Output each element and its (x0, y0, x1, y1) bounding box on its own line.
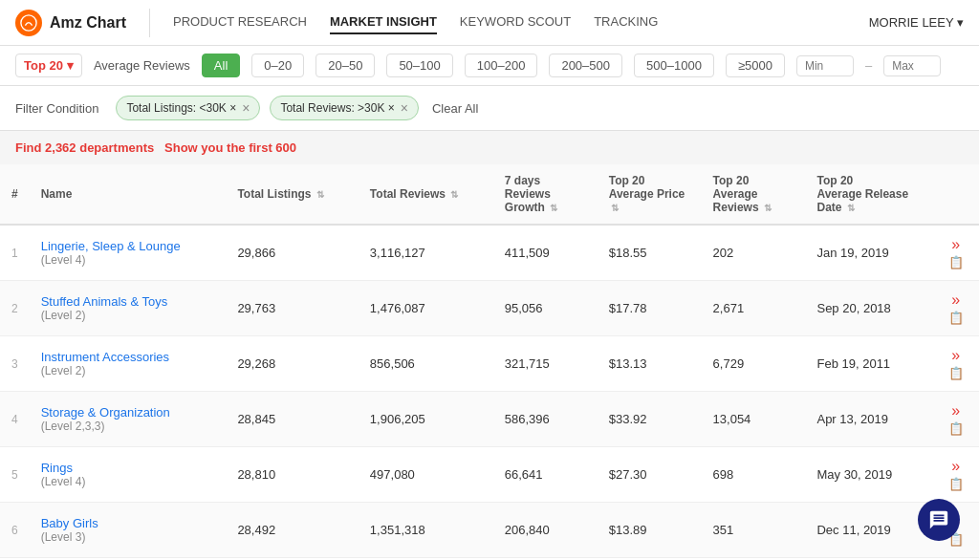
range-500-1000[interactable]: 500–1000 (634, 54, 714, 77)
range-ge5000[interactable]: ≥5000 (726, 54, 785, 77)
max-input[interactable] (883, 55, 941, 76)
logo[interactable]: Amz Chart (15, 10, 126, 36)
cell-avg-price: $18.55 (598, 225, 702, 281)
table-row: 5 Rings (Level 4) 28,810 497,080 66,641 … (0, 447, 979, 503)
cell-total-reviews: 1,351,318 (359, 503, 493, 558)
cell-total-reviews: 497,080 (359, 447, 493, 503)
cell-reviews-growth: 321,715 (493, 336, 598, 392)
cell-avg-release: May 30, 2019 (805, 447, 932, 503)
range-all[interactable]: All (202, 54, 240, 77)
nav-keyword-scout[interactable]: KEYWORD SCOUT (460, 11, 571, 34)
col-total-reviews[interactable]: Total Reviews ⇅ (359, 164, 493, 225)
chevron-right-icon[interactable]: » (951, 459, 960, 474)
col-avg-price[interactable]: Top 20Average Price ⇅ (598, 164, 702, 225)
range-dash: – (865, 58, 872, 73)
report-icon[interactable]: 📋 (948, 312, 964, 324)
cell-total-listings: 28,810 (226, 447, 358, 503)
filter-condition-bar: Filter Condition Total Listings: <30K × … (0, 86, 979, 131)
cell-name[interactable]: Stuffed Animals & Toys (Level 2) (30, 281, 227, 336)
cell-total-listings: 29,866 (226, 225, 358, 281)
category-name[interactable]: Instrument Accessories (41, 350, 215, 364)
cell-avg-release: Feb 19, 2011 (805, 336, 932, 392)
chevron-right-icon[interactable]: » (951, 292, 960, 308)
chevron-right-icon[interactable]: » (951, 403, 960, 419)
cell-avg-release: Sep 20, 2018 (805, 281, 932, 336)
filter-tag-reviews-text: Total Reviews: >30K × (280, 101, 394, 115)
col-name[interactable]: Name (30, 164, 227, 225)
chevron-right-icon[interactable]: » (951, 348, 960, 363)
category-name[interactable]: Rings (41, 461, 215, 475)
cell-name[interactable]: Lingerie, Sleep & Lounge (Level 4) (30, 225, 227, 281)
cell-avg-release: Dec 11, 2019 (805, 503, 932, 558)
cell-avg-release: Jan 19, 2019 (805, 225, 932, 281)
cell-avg-reviews: 2,671 (702, 281, 806, 336)
cell-num: 4 (0, 392, 30, 447)
min-input[interactable] (796, 55, 854, 76)
user-menu[interactable]: MORRIE LEEY ▾ (869, 15, 964, 30)
chevron-right-icon[interactable]: » (951, 237, 960, 252)
category-level: (Level 2) (41, 364, 215, 377)
cell-actions: » 📋 (933, 336, 979, 392)
range-100-200[interactable]: 100–200 (465, 54, 538, 77)
cell-name[interactable]: Baby Girls (Level 3) (30, 503, 227, 558)
metric-label: Average Reviews (94, 58, 190, 73)
cell-avg-reviews: 351 (702, 503, 806, 558)
col-actions (933, 164, 979, 225)
cell-num: 1 (0, 225, 30, 281)
cell-total-reviews: 856,506 (359, 336, 493, 392)
cell-actions: » 📋 (933, 281, 979, 336)
table-header-row: # Name Total Listings ⇅ Total Reviews ⇅ … (0, 164, 979, 225)
col-num: # (0, 164, 30, 225)
clear-all-button[interactable]: Clear All (432, 101, 478, 116)
filter-tag-listings-remove[interactable]: × (242, 100, 250, 116)
table-row: 3 Instrument Accessories (Level 2) 29,26… (0, 336, 979, 392)
report-icon[interactable]: 📋 (948, 256, 964, 269)
cell-avg-release: Apr 13, 2019 (805, 392, 932, 447)
report-icon[interactable]: 📋 (948, 367, 964, 379)
range-0-20[interactable]: 0–20 (251, 54, 304, 77)
col-reviews-growth[interactable]: 7 daysReviews Growth ⇅ (493, 164, 598, 225)
cell-actions: » 📋 (933, 447, 979, 503)
col-avg-release[interactable]: Top 20Average Release Date ⇅ (805, 164, 932, 225)
cell-avg-price: $33.92 (598, 392, 702, 447)
filter-bar: Top 20 ▾ Average Reviews All 0–20 20–50 … (0, 46, 979, 86)
cell-total-listings: 28,492 (226, 503, 358, 558)
nav-links: PRODUCT RESEARCH MARKET INSIGHT KEYWORD … (173, 11, 846, 34)
range-50-100[interactable]: 50–100 (386, 54, 452, 77)
category-level: (Level 2,3,3) (41, 420, 215, 433)
nav-product-research[interactable]: PRODUCT RESEARCH (173, 11, 307, 34)
cell-total-reviews: 3,116,127 (359, 225, 493, 281)
report-icon[interactable]: 📋 (948, 478, 964, 490)
cell-name[interactable]: Storage & Organization (Level 2,3,3) (30, 392, 227, 447)
cell-actions: » 📋 (933, 392, 979, 447)
logo-text: Amz Chart (50, 14, 126, 32)
nav-tracking[interactable]: TRACKING (594, 11, 658, 34)
category-level: (Level 4) (41, 475, 215, 488)
table-row: 2 Stuffed Animals & Toys (Level 2) 29,76… (0, 281, 979, 336)
result-info: Find 2,362 departments Show you the firs… (0, 131, 979, 164)
cell-reviews-growth: 206,840 (493, 503, 598, 558)
table-row: 4 Storage & Organization (Level 2,3,3) 2… (0, 392, 979, 447)
col-total-listings[interactable]: Total Listings ⇅ (226, 164, 358, 225)
range-20-50[interactable]: 20–50 (315, 54, 375, 77)
category-name[interactable]: Baby Girls (41, 516, 215, 530)
cell-avg-reviews: 698 (702, 447, 806, 503)
cell-avg-reviews: 6,729 (702, 336, 806, 392)
data-table: # Name Total Listings ⇅ Total Reviews ⇅ … (0, 164, 979, 560)
cell-name[interactable]: Instrument Accessories (Level 2) (30, 336, 227, 392)
nav-market-insight[interactable]: MARKET INSIGHT (330, 11, 437, 34)
cell-total-listings: 29,268 (226, 336, 358, 392)
chat-bubble[interactable] (918, 499, 960, 541)
report-icon[interactable]: 📋 (948, 422, 964, 435)
top20-dropdown[interactable]: Top 20 ▾ (15, 54, 82, 77)
category-name[interactable]: Lingerie, Sleep & Lounge (41, 239, 215, 253)
cell-name[interactable]: Rings (Level 4) (30, 447, 227, 503)
category-level: (Level 3) (41, 530, 215, 544)
category-name[interactable]: Stuffed Animals & Toys (41, 294, 215, 309)
filter-tag-listings: Total Listings: <30K × × (116, 96, 260, 120)
filter-tag-reviews-remove[interactable]: × (401, 100, 408, 116)
col-avg-reviews[interactable]: Top 20Average Reviews ⇅ (702, 164, 806, 225)
range-200-500[interactable]: 200–500 (549, 54, 622, 77)
cell-avg-price: $27.30 (598, 447, 702, 503)
category-name[interactable]: Storage & Organization (41, 405, 215, 420)
